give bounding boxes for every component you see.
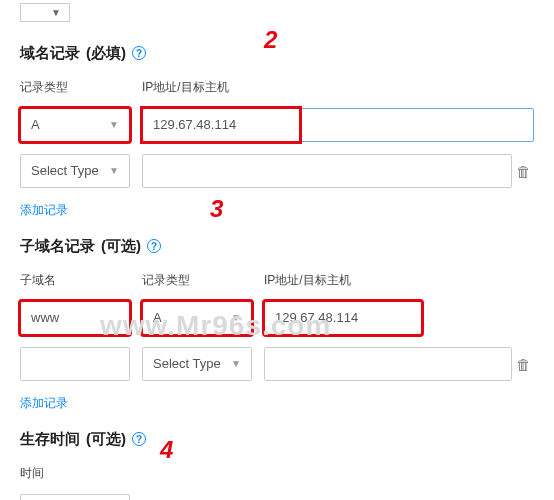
annotation-marker-3: 3 (210, 195, 223, 223)
subdomain-input-2[interactable] (20, 347, 130, 381)
section-title-sub-records: 子域名记录 (可选) ? (20, 237, 534, 256)
add-sub-record-link[interactable]: 添加记录 (20, 395, 68, 412)
label-record-type: 记录类型 (142, 272, 252, 289)
sub-record-type-value: A (153, 310, 162, 325)
sub-record-type-select[interactable]: A ▼ (142, 301, 252, 335)
sub-record-type-select-2[interactable]: Select Type ▼ (142, 347, 252, 381)
record-type-value: A (31, 117, 40, 132)
label-record-type: 记录类型 (20, 79, 130, 96)
help-icon[interactable]: ? (147, 239, 161, 253)
subdomain-input[interactable]: www (20, 301, 130, 335)
sub-ip-input[interactable]: 129.67.48.114 (264, 301, 422, 335)
ip-input-2[interactable] (142, 154, 512, 188)
help-icon[interactable]: ? (132, 46, 146, 60)
section-optional-tag: (可选) (101, 237, 141, 256)
section-title-text: 生存时间 (20, 430, 80, 449)
section-required-tag: (必填) (86, 44, 126, 63)
section-title-text: 子域名记录 (20, 237, 95, 256)
record-type-select[interactable]: A ▼ (20, 108, 130, 142)
chevron-down-icon: ▼ (109, 165, 119, 176)
sub-ip-input-2[interactable] (264, 347, 512, 381)
record-type-placeholder: Select Type (31, 163, 99, 178)
ttl-select[interactable]: Select ▼ (20, 494, 130, 501)
trash-icon[interactable]: 🗑 (516, 355, 532, 372)
sub-ip-value: 129.67.48.114 (275, 310, 358, 325)
chevron-down-icon: ▼ (109, 119, 119, 130)
top-small-select[interactable]: ▼ (20, 3, 70, 22)
subdomain-value: www (31, 310, 59, 325)
ip-input[interactable]: 129.67.48.114 (142, 108, 534, 142)
label-time: 时间 (20, 465, 534, 482)
section-optional-tag: (可选) (86, 430, 126, 449)
sub-record-type-placeholder: Select Type (153, 356, 221, 371)
label-ip-target: IP地址/目标主机 (142, 79, 534, 96)
add-record-link[interactable]: 添加记录 (20, 202, 68, 219)
trash-icon[interactable]: 🗑 (516, 162, 532, 179)
chevron-down-icon: ▼ (51, 7, 61, 18)
section-title-text: 域名记录 (20, 44, 80, 63)
label-subdomain: 子域名 (20, 272, 130, 289)
annotation-marker-4: 4 (160, 436, 173, 464)
record-type-select-2[interactable]: Select Type ▼ (20, 154, 130, 188)
section-title-ttl: 生存时间 (可选) ? (20, 430, 534, 449)
chevron-down-icon: ▼ (231, 312, 241, 323)
help-icon[interactable]: ? (132, 432, 146, 446)
label-ip-target: IP地址/目标主机 (264, 272, 534, 289)
annotation-marker-2: 2 (264, 26, 277, 54)
ip-input-value: 129.67.48.114 (153, 117, 236, 132)
chevron-down-icon: ▼ (231, 358, 241, 369)
